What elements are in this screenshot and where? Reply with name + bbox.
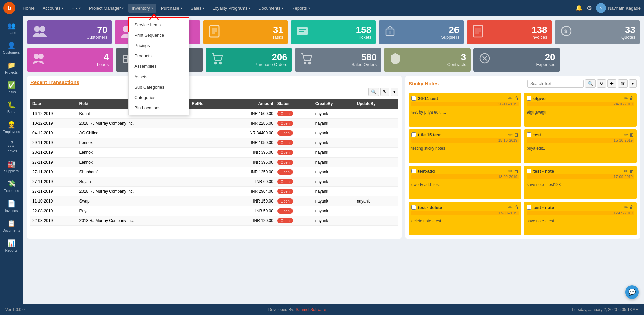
nav-hr[interactable]: HR ▾ [68,4,84,13]
dropdown-btn[interactable]: ▾ [391,88,398,96]
delete-icon[interactable]: 🗑 [514,205,519,210]
sticky-add-btn[interactable]: ✚ [607,79,616,88]
delete-icon[interactable]: 🗑 [629,168,634,174]
edit-icon[interactable]: ✏ [508,132,513,137]
sticky-delete-btn[interactable]: 🗑 [618,79,628,88]
sticky-search-btn[interactable]: 🔍 [585,79,596,88]
sticky-note-header: test - note ✏ 🗑 [527,205,634,210]
cell-amount: INR 1250.00 [220,167,275,177]
sticky-dropdown-btn[interactable]: ▾ [629,79,637,88]
documents-icon: 📋 [7,219,16,227]
sticky-checkbox[interactable] [411,96,416,101]
nav-project-manager[interactable]: Project Manager ▾ [86,4,127,13]
menu-sub-categories[interactable]: Sub Categories [129,82,189,92]
chat-bubble[interactable]: 💬 [625,285,639,299]
sidebar-item-reports[interactable]: 📊 Reports [0,236,23,255]
stat-customers[interactable]: 70 Customers [27,20,112,44]
user-info[interactable]: N Navnath Kagade [596,3,641,13]
stat-sales-orders[interactable]: 580 Sales Orders [295,48,381,72]
sticky-checkbox[interactable] [527,205,531,210]
nav-loyalty[interactable]: Loyality Programs ▾ [209,4,254,13]
sticky-note-date: 17-09-2019 [527,174,634,179]
sidebar-item-bugs[interactable]: 🐛 Bugs [0,98,23,117]
menu-categories[interactable]: Categories [129,92,189,103]
app-logo[interactable]: b [3,2,15,14]
menu-bin-locations[interactable]: Bin Locations [129,103,189,113]
sticky-checkbox[interactable] [527,96,531,101]
refresh-btn[interactable]: ↻ [380,88,389,96]
table-row[interactable]: 27-11-2019 Lennox INR 396.00 Open nayank [30,158,398,167]
table-row[interactable]: 04-12-2019 AC Chilled INR 34400.00 Open … [30,128,398,138]
nav-reports[interactable]: Reports ▾ [288,4,313,13]
menu-assets[interactable]: Assets [129,72,189,82]
stat-tickets[interactable]: 158 Tickets [291,20,376,44]
search-btn[interactable]: 🔍 [368,88,379,96]
stat-contracts[interactable]: 3 Contracts [384,48,471,72]
menu-products[interactable]: Products [129,51,189,61]
edit-icon[interactable]: ✏ [508,205,513,210]
sidebar-item-suppliers[interactable]: 🏭 Suppliers [0,157,23,176]
table-row[interactable]: 10-12-2019 2018 RJ Murray Company Inc. I… [30,119,398,128]
table-row[interactable]: 28-11-2019 Lennox INR 396.00 Open nayank [30,148,398,158]
menu-pricings[interactable]: Pricings [129,40,189,51]
sticky-note-date: 24-10-2019 [527,102,634,106]
sidebar-item-customers[interactable]: 👤 Customers [0,39,23,57]
menu-print-sequence[interactable]: Print Sequence [129,30,189,40]
edit-icon[interactable]: ✏ [508,168,513,174]
stat-suppliers[interactable]: 26 Suppliers [379,20,464,44]
menu-assemblies[interactable]: Assemblies [129,61,189,72]
delete-icon[interactable]: 🗑 [514,168,519,174]
nav-documents[interactable]: Documents ▾ [255,4,287,13]
sticky-note-title: test [533,132,541,137]
table-row[interactable]: 29-11-2019 Lennox INR 1050.00 Open nayan… [30,138,398,148]
nav-sales[interactable]: Sales ▾ [187,4,208,13]
nav-inventory[interactable]: Inventory ▾ Service Items Print Sequence… [128,4,156,13]
cell-ref: Lennox [77,158,190,167]
delete-icon[interactable]: 🗑 [629,205,634,210]
edit-icon[interactable]: ✏ [624,132,628,137]
employees-icon: 👷 [7,121,16,129]
settings-gear-icon[interactable]: ⚙ [587,4,592,12]
table-row[interactable]: 22-08-2019 2018 RJ Murray Company Inc. I… [30,216,398,226]
delete-icon[interactable]: 🗑 [514,132,519,137]
sticky-checkbox[interactable] [411,205,416,210]
table-row[interactable]: 27-11-2019 Sujata INR 60.00 Open nayank [30,177,398,187]
table-row[interactable]: 22-08-2019 Priya INR 50.00 Open nayank [30,206,398,216]
sticky-checkbox[interactable] [527,169,531,173]
sticky-refresh-btn[interactable]: ↻ [597,79,606,88]
sidebar-item-tasks[interactable]: ✅ Tasks [0,78,23,97]
sticky-checkbox[interactable] [411,169,416,173]
table-row[interactable]: 16-12-2019 Kunal INR 1500.00 Open nayank [30,109,398,119]
nav-purchase[interactable]: Purchase ▾ [158,4,186,13]
table-row[interactable]: 27-11-2019 2018 RJ Murray Company Inc. I… [30,187,398,196]
sidebar-item-projects[interactable]: 📁 Projects [0,58,23,77]
row2-spacer [563,48,640,72]
edit-icon[interactable]: ✏ [624,205,628,210]
stat-invoices[interactable]: 138 Invoices [467,20,552,44]
delete-icon[interactable]: 🗑 [514,96,519,101]
stat-expenses[interactable]: 20 Expenses [473,48,560,72]
sticky-checkbox[interactable] [411,132,416,137]
edit-icon[interactable]: ✏ [624,96,628,101]
sidebar-item-expenses[interactable]: 💸 Expenses [0,177,23,195]
table-row[interactable]: 27-11-2019 Shubham1 INR 1250.00 Open nay… [30,167,398,177]
stat-leads[interactable]: 4 Leads [27,48,113,72]
delete-icon[interactable]: 🗑 [629,132,634,137]
stat-purchase-orders[interactable]: 206 Purchase Orders [206,48,292,72]
sidebar-item-employees[interactable]: 👷 Employees [0,118,23,136]
stat-tasks[interactable]: 31 Tasks [203,20,288,44]
sidebar-item-documents[interactable]: 📋 Documents [0,217,23,235]
notification-bell-icon[interactable]: 🔔 [575,4,583,12]
table-row[interactable]: 11-10-2019 Swap INR 150.00 Open nayank n… [30,196,398,206]
sticky-search-input[interactable] [527,80,584,88]
sidebar-item-leads[interactable]: 👥 Leads [0,19,23,37]
edit-icon[interactable]: ✏ [508,96,513,101]
stat-quotes[interactable]: $ 33 Quotes [555,20,640,44]
sidebar-item-leaves[interactable]: 🏖 Leaves [0,138,23,156]
edit-icon[interactable]: ✏ [624,168,628,174]
sidebar-item-invoices[interactable]: 📄 Invoices [0,197,23,215]
nav-home[interactable]: Home [19,4,38,13]
delete-icon[interactable]: 🗑 [629,96,634,101]
nav-accounts[interactable]: Accounts ▾ [39,4,67,13]
sticky-checkbox[interactable] [527,132,531,137]
